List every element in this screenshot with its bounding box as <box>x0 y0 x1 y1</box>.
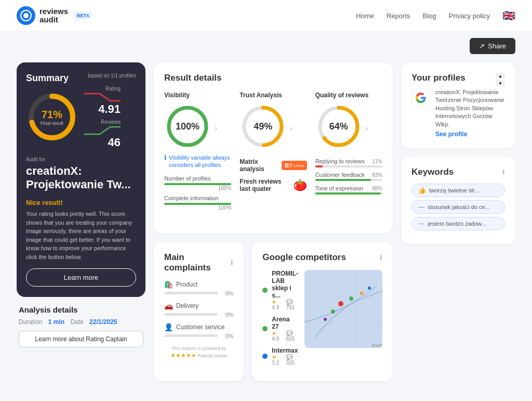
learn-more-button[interactable]: Learn more <box>26 268 136 287</box>
feedback-pct: 83% <box>372 172 382 178</box>
info-icon: ℹ <box>164 154 167 162</box>
quality-pct: 64% <box>329 121 348 132</box>
audit-for-label: Audit for <box>26 157 136 162</box>
trust-pct: 49% <box>254 121 272 132</box>
result-details-title: Result details <box>164 73 382 83</box>
feedback-bar <box>315 179 382 181</box>
visibility-nav-icon[interactable]: › <box>215 124 217 133</box>
comp-3-info: Intermax ★ 3.2 💬 325 <box>272 347 298 366</box>
visibility-circle[interactable]: 100% <box>164 103 211 150</box>
stars: ★★★★★ <box>170 352 196 358</box>
rating-label: Rating <box>84 86 121 92</box>
quality-nav-icon[interactable]: › <box>365 124 368 133</box>
profiles-stat: Number of profiles 100% <box>164 175 231 191</box>
comp-2-info: Arena 27 ★ 4.9 💬 655 <box>272 316 298 342</box>
comp-3: Intermax ★ 3.2 💬 325 <box>262 347 298 366</box>
share-button[interactable]: ↗ Share <box>470 38 515 54</box>
keywords-title: Keywords <box>411 167 454 177</box>
see-profile-link[interactable]: See profile <box>435 131 467 138</box>
trust-nav-icon[interactable]: › <box>290 124 292 133</box>
svg-text:business: business <box>372 343 382 348</box>
keyword-1[interactable]: 👍 tworzą świetne str... <box>411 184 505 197</box>
replying-label: Replying to reviews <box>315 158 365 164</box>
middle-col: Result details Visibility 100% › <box>154 62 393 381</box>
svg-point-15 <box>338 301 343 306</box>
date-label: Date <box>70 318 83 326</box>
complaints-info-icon[interactable]: ℹ <box>231 259 233 266</box>
svg-point-20 <box>368 287 371 290</box>
replying-stat: Replying to reviews 11% <box>315 158 382 167</box>
rating-stat: Rating 4.91 <box>84 86 121 115</box>
replying-bar <box>315 165 382 167</box>
rating-captain-button[interactable]: Learn more about Rating Captain <box>19 331 143 347</box>
quality-circle[interactable]: 64% <box>315 103 362 150</box>
tone-pct: 98% <box>372 186 382 191</box>
comp-1-dot <box>262 288 268 293</box>
comp-1-info: PROMIL-LAB sklep i s... ★ 4.9 💬 791 <box>272 270 298 311</box>
complaint-product: 🛍️ Product 0% <box>164 280 233 296</box>
keyword-2[interactable]: — stosunek jakości do ce... <box>411 200 505 214</box>
logo-icon <box>17 6 35 25</box>
svg-point-1 <box>23 13 29 18</box>
matrix-area: Matrix analysis B? Class <box>240 158 307 173</box>
keyword-3[interactable]: — jestem bardzo zadow... <box>411 217 505 230</box>
scroll-down-button[interactable]: ▼ <box>496 80 505 86</box>
right-col: Your profiles ▲ ▼ creationX: Projekto <box>401 62 515 381</box>
tone-stat: Tone of expression 98% <box>315 185 382 195</box>
topbar: ↗ Share <box>0 32 532 54</box>
complaint-delivery-label: 🚗 Delivery <box>164 302 233 310</box>
quality-title: Quality of reviews <box>315 92 382 99</box>
powered-by: This feature is powered by ★★★★★ RatingC… <box>164 345 233 360</box>
language-flag[interactable]: 🇬🇧 <box>502 9 515 22</box>
result-text: Your rating looks pretty well. This scor… <box>26 210 136 261</box>
beta-badge: BETA <box>74 12 92 19</box>
reviews-stat: Reviews 46 <box>84 119 121 148</box>
nav-reports[interactable]: Reports <box>387 12 410 20</box>
donut-chart: 71% Final result <box>26 91 78 143</box>
duration-label: Duration <box>19 318 42 326</box>
scroll-up-button[interactable]: ▲ <box>496 73 505 79</box>
nav-privacy[interactable]: Privacy policy <box>449 12 490 20</box>
feedback-label: Customer feedback <box>315 172 365 178</box>
competitors-map: business <box>304 270 382 348</box>
trust-circle[interactable]: 49% <box>240 103 286 150</box>
complaint-product-bar: 0% <box>164 290 233 296</box>
summary-title: Summary <box>26 73 69 84</box>
analysis-details: Analysis details Duration 1 min Date 22/… <box>17 305 145 347</box>
replying-pct: 11% <box>372 159 382 164</box>
tone-label: Tone of expression <box>315 185 363 191</box>
visibility-pct: 100% <box>176 121 200 132</box>
complaints-title: Main complaints <box>164 252 231 273</box>
competitors-info-icon[interactable]: ℹ <box>380 254 382 261</box>
competitor-list: PROMIL-LAB sklep i s... ★ 4.9 💬 791 Aren… <box>262 270 298 371</box>
rating-value: 4.91 <box>84 104 121 115</box>
complaint-delivery: 🚗 Delivery 0% <box>164 302 233 318</box>
profiles-label: Number of profiles <box>164 175 231 182</box>
scroll-controls: ▲ ▼ <box>496 73 505 86</box>
competitors-title: Google competitors <box>262 252 346 263</box>
delivery-icon: 🚗 <box>164 302 173 310</box>
complaint-delivery-bar: 0% <box>164 312 233 318</box>
thumb-icon-2: — <box>418 203 424 211</box>
fresh-label: Fresh reviews last quater <box>240 178 288 192</box>
svg-point-16 <box>349 296 353 301</box>
reviews-label: Reviews <box>84 119 121 125</box>
final-label: Final result <box>41 121 63 126</box>
comp-2-name: Arena 27 <box>272 316 298 330</box>
visibility-note: ℹ Visibility variable always considers a… <box>164 154 231 169</box>
product-icon: 🛍️ <box>164 280 173 289</box>
keyword-text-3: jestem bardzo zadow... <box>428 221 486 227</box>
matrix-label: Matrix analysis <box>240 158 277 173</box>
nav-blog[interactable]: Blog <box>423 12 436 20</box>
date-value: 22/1/2025 <box>89 318 117 326</box>
keywords-info-icon[interactable]: ℹ <box>502 169 505 176</box>
complaints-card: Main complaints ℹ 🛍️ Product 0% 🚗 <box>154 242 244 381</box>
complete-label: Complete information <box>164 195 231 201</box>
keyword-text-2: stosunek jakości do ce... <box>428 204 490 210</box>
svg-point-17 <box>331 309 335 314</box>
nav-home[interactable]: Home <box>356 12 374 20</box>
comp-1: PROMIL-LAB sklep i s... ★ 4.9 💬 791 <box>262 270 298 311</box>
comp-2-meta: ★ 4.9 💬 655 <box>272 330 298 342</box>
duration-value: 1 min <box>48 318 64 326</box>
feedback-stat: Customer feedback 83% <box>315 172 382 181</box>
